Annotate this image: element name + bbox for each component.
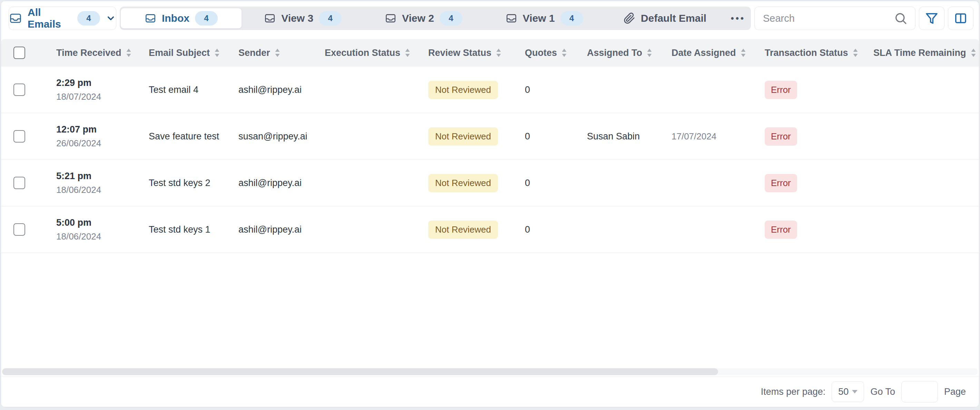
sort-icon[interactable] bbox=[126, 48, 132, 58]
date-assigned bbox=[662, 160, 755, 206]
date-received: 18/06/2024 bbox=[56, 184, 101, 195]
assigned-to bbox=[577, 160, 662, 206]
tab-label: Default Email bbox=[641, 13, 706, 24]
assigned-to bbox=[577, 67, 662, 113]
tab-count-badge: 4 bbox=[440, 11, 462, 25]
email-subject: Test std keys 2 bbox=[139, 160, 229, 206]
column-header-sender[interactable]: Sender bbox=[229, 39, 315, 67]
sort-icon[interactable] bbox=[404, 48, 410, 58]
tab-overflow-menu-button[interactable]: ••• bbox=[725, 6, 751, 30]
sort-icon[interactable] bbox=[646, 48, 652, 58]
all-emails-count-badge: 4 bbox=[77, 11, 100, 25]
time-received: 5:21 pm bbox=[56, 171, 91, 181]
time-received: 5:00 pm bbox=[56, 218, 91, 228]
date-received: 26/06/2024 bbox=[56, 138, 101, 149]
date-assigned bbox=[662, 67, 755, 113]
column-header-transaction-status[interactable]: Transaction Status bbox=[755, 39, 864, 67]
sort-icon[interactable] bbox=[970, 48, 977, 58]
sort-icon[interactable] bbox=[852, 48, 859, 58]
review-status-badge: Not Reviewed bbox=[428, 174, 498, 192]
email-app-panel: All Emails 4 Inbox 4 bbox=[1, 1, 979, 407]
tab-view-3[interactable]: View 3 4 bbox=[243, 8, 363, 29]
sort-icon[interactable] bbox=[214, 48, 220, 58]
all-emails-selector[interactable]: All Emails 4 bbox=[9, 6, 116, 30]
inbox-tray-icon bbox=[385, 13, 396, 24]
inbox-tray-icon bbox=[145, 13, 156, 24]
tab-default-email[interactable]: Default Email bbox=[605, 8, 725, 29]
tab-label: View 3 bbox=[281, 13, 313, 24]
items-per-page-select[interactable]: 50 bbox=[832, 381, 864, 402]
go-to-page-input[interactable] bbox=[901, 381, 938, 402]
sort-icon[interactable] bbox=[740, 48, 746, 58]
table-row[interactable]: 2:29 pm 18/07/2024 Test email 4 ashil@ri… bbox=[1, 67, 979, 113]
quotes-count: 0 bbox=[515, 113, 577, 159]
sla-time-remaining bbox=[864, 67, 978, 113]
tab-view-1[interactable]: View 1 4 bbox=[484, 8, 605, 29]
select-all-checkbox[interactable] bbox=[13, 46, 25, 59]
table-row[interactable]: 5:00 pm 18/06/2024 Test std keys 1 ashil… bbox=[1, 207, 979, 253]
column-header-email-subject[interactable]: Email Subject bbox=[139, 39, 229, 67]
sort-icon[interactable] bbox=[561, 48, 567, 58]
quotes-count: 0 bbox=[515, 207, 577, 253]
transaction-status-badge: Error bbox=[765, 174, 797, 192]
date-received: 18/07/2024 bbox=[56, 91, 101, 102]
sla-time-remaining bbox=[864, 160, 978, 206]
filter-button[interactable] bbox=[919, 6, 945, 30]
search-input[interactable] bbox=[762, 13, 894, 24]
execution-status bbox=[315, 113, 418, 159]
review-status-badge: Not Reviewed bbox=[428, 221, 498, 239]
column-header-time-received[interactable]: Time Received bbox=[39, 39, 139, 67]
column-header-review-status[interactable]: Review Status bbox=[418, 39, 515, 67]
inbox-tray-icon bbox=[264, 13, 276, 24]
columns-layout-button[interactable] bbox=[948, 6, 974, 30]
tab-count-badge: 4 bbox=[319, 11, 342, 25]
search-box bbox=[754, 6, 915, 30]
transaction-status-badge: Error bbox=[765, 221, 797, 239]
date-received: 18/06/2024 bbox=[56, 231, 101, 242]
table-row[interactable]: 12:07 pm 26/06/2024 Save feature test su… bbox=[1, 113, 979, 160]
tab-inbox[interactable]: Inbox 4 bbox=[121, 8, 242, 29]
column-header-assigned-to[interactable]: Assigned To bbox=[577, 39, 662, 67]
toolbar: All Emails 4 Inbox 4 bbox=[9, 6, 974, 30]
column-header-execution-status[interactable]: Execution Status bbox=[315, 39, 418, 67]
all-emails-label: All Emails bbox=[28, 6, 72, 30]
sort-icon[interactable] bbox=[496, 48, 502, 58]
row-checkbox[interactable] bbox=[13, 84, 25, 96]
page-label: Page bbox=[944, 386, 966, 397]
chevron-down-icon bbox=[106, 13, 116, 24]
time-received: 12:07 pm bbox=[56, 124, 97, 135]
review-status-badge: Not Reviewed bbox=[428, 127, 498, 146]
column-header-sla-time-remaining[interactable]: SLA Time Remaining bbox=[864, 39, 978, 67]
transaction-status-badge: Error bbox=[765, 81, 797, 99]
table-row[interactable]: 5:21 pm 18/06/2024 Test std keys 2 ashil… bbox=[1, 160, 979, 207]
sender: ashil@rippey.ai bbox=[229, 160, 315, 206]
horizontal-scrollbar-thumb[interactable] bbox=[2, 368, 718, 375]
table-header: Time Received Email Subject Sender Execu… bbox=[1, 39, 979, 67]
column-header-quotes[interactable]: Quotes bbox=[515, 39, 577, 67]
horizontal-scrollbar-track[interactable] bbox=[2, 368, 978, 375]
tab-label: View 2 bbox=[402, 13, 434, 24]
row-checkbox[interactable] bbox=[13, 130, 25, 143]
time-received: 2:29 pm bbox=[56, 78, 91, 88]
tab-label: View 1 bbox=[523, 13, 555, 24]
assigned-to bbox=[577, 207, 662, 253]
sla-time-remaining bbox=[864, 113, 978, 159]
columns-layout-icon bbox=[954, 11, 967, 25]
email-subject: Test email 4 bbox=[139, 67, 229, 113]
filter-funnel-icon bbox=[925, 11, 939, 25]
row-checkbox[interactable] bbox=[13, 223, 25, 236]
row-checkbox[interactable] bbox=[13, 177, 25, 189]
quotes-count: 0 bbox=[515, 160, 577, 206]
sort-icon[interactable] bbox=[274, 48, 280, 58]
execution-status bbox=[315, 67, 418, 113]
tab-label: Inbox bbox=[162, 13, 189, 24]
inbox-tray-icon bbox=[9, 12, 22, 25]
execution-status bbox=[315, 160, 418, 206]
review-status-badge: Not Reviewed bbox=[428, 81, 498, 99]
pagination-bar: Items per page: 50 Go To Page bbox=[1, 376, 979, 407]
items-per-page-value: 50 bbox=[838, 386, 848, 397]
caret-down-icon bbox=[852, 390, 858, 393]
sender: ashil@rippey.ai bbox=[229, 207, 315, 253]
tab-view-2[interactable]: View 2 4 bbox=[363, 8, 484, 29]
column-header-date-assigned[interactable]: Date Assigned bbox=[662, 39, 755, 67]
